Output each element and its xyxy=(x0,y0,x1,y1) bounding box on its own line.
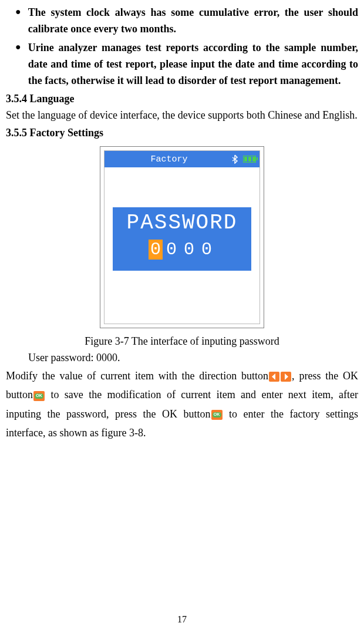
para-text: Modify the value of current item with th… xyxy=(6,370,268,382)
device-screenshot: Factory PASSWORD 0000 xyxy=(100,146,264,328)
bullet-text: Urine analyzer manages test reports acco… xyxy=(28,40,358,89)
bluetooth-icon xyxy=(230,154,240,164)
password-digit: 0 xyxy=(180,240,198,260)
page-number: 17 xyxy=(0,614,364,625)
password-digit-active: 0 xyxy=(149,240,163,260)
left-arrow-button-icon xyxy=(269,372,279,382)
figure-wrap: Factory PASSWORD 0000 Figure 3-7 The int… xyxy=(6,146,358,350)
user-password-line: User password: 0000. xyxy=(28,350,358,366)
right-arrow-button-icon xyxy=(281,372,291,382)
bullet-marker: ● xyxy=(15,5,21,38)
device-inner: Factory PASSWORD 0000 xyxy=(104,150,260,324)
bullet-item: ● The system clock always has some cumul… xyxy=(6,5,358,38)
device-header: Factory xyxy=(105,151,259,167)
bullet-item: ● Urine analyzer manages test reports ac… xyxy=(6,40,358,89)
password-box: PASSWORD 0000 xyxy=(113,207,251,271)
section-heading-language: 3.5.4 Language xyxy=(6,91,358,107)
password-digits: 0000 xyxy=(113,240,251,260)
figure-caption: Figure 3-7 The interface of inputing pas… xyxy=(6,334,358,350)
bullet-marker: ● xyxy=(15,40,21,89)
password-digit: 0 xyxy=(163,240,180,260)
device-title: Factory xyxy=(108,154,230,164)
bullet-text: The system clock always has some cumulat… xyxy=(28,5,358,38)
instruction-paragraph: Modify the value of current item with th… xyxy=(6,366,358,443)
password-label: PASSWORD xyxy=(113,211,251,235)
password-digit: 0 xyxy=(198,240,215,260)
language-body: Set the language of device interface, th… xyxy=(6,107,358,124)
section-heading-factory: 3.5.5 Factory Settings xyxy=(6,125,358,142)
ok-button-icon: OK xyxy=(33,391,45,401)
ok-button-icon: OK xyxy=(211,410,223,420)
battery-icon xyxy=(243,156,256,163)
